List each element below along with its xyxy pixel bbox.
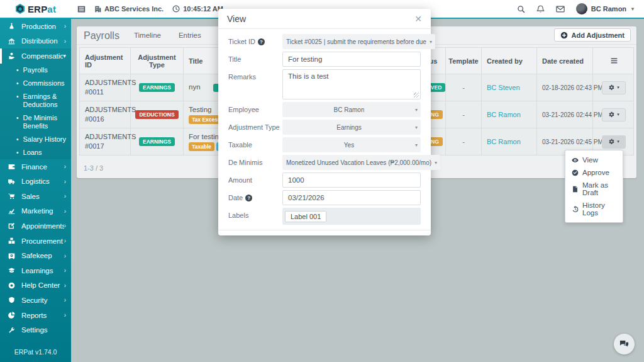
logistics-icon [8,178,15,185]
help-icon[interactable]: ? [258,38,265,45]
created-by-link[interactable]: BC Ramon [482,101,537,128]
bullet-icon: • [16,135,19,144]
help-icon[interactable]: ? [245,195,252,201]
production-icon [8,23,15,30]
procurement-icon [8,237,15,244]
messages-envelope-icon[interactable] [556,6,565,13]
sidebar-item-learnings[interactable]: Learnings› [0,263,71,278]
sidebar-item-settings[interactable]: Settings [0,322,71,337]
chevron-down-icon: ▾ [63,52,66,59]
amount-input[interactable]: 1000 [282,173,421,188]
sidebar-item-label: Marketing [21,207,64,215]
logo-cube-icon [15,4,25,14]
menu-item-history-logs[interactable]: History Logs [565,199,623,219]
chevron-down-icon: ▾ [415,107,418,113]
field-title: Title For testing [228,52,421,67]
user-menu[interactable]: BC Ramon ▼ [576,3,635,14]
reports-icon [8,312,15,319]
chevron-down-icon: ▾ [617,112,619,117]
help-center-icon [8,282,15,289]
sidebar-item-logistics[interactable]: Logistics› [0,174,71,189]
title-input[interactable]: For testing [282,52,421,67]
created-by-link[interactable]: BC Ramon [482,128,537,155]
search-icon[interactable] [517,5,525,13]
sidebar-item-distribution[interactable]: Distribution› [0,34,71,49]
ticket-id-select[interactable]: Ticket #0025 | submit the requirements b… [282,34,435,49]
sidebar-item-help-center[interactable]: Help Center› [0,278,71,293]
sidebar-item-safekeep[interactable]: Safekeep› [0,248,71,263]
finance-icon [8,163,15,170]
taxable-select[interactable]: Yes▾ [282,137,421,152]
labels-field[interactable]: Label 001 [282,208,421,225]
sidebar-item-label: Learnings [21,267,64,274]
adjustment-id-cell: ADJUSTMENTS #0016 [80,101,131,128]
sidebar-item-reports[interactable]: Reports› [0,308,71,323]
date-created-cell: 02-18-2026 02:43 PM [537,74,593,101]
sidebar-item-procurement[interactable]: Procurement› [0,234,71,249]
sidebar-item-marketing[interactable]: Marketing› [0,204,71,219]
settings-icon [8,327,15,334]
template-cell: - [446,74,482,101]
chevron-right-icon: › [64,312,66,319]
sidebar-item-security[interactable]: Security› [0,293,71,308]
column-header: Adjustment Type [131,48,184,74]
sidebar-item-label: Appointments [21,222,64,230]
template-cell: - [446,101,482,128]
company-name: ABC Services Inc. [104,5,164,13]
date-created-cell: 03-21-2026 02:44 PM [537,101,593,128]
type-badge: DEDUCTIONS [135,110,178,119]
chevron-right-icon: › [64,282,66,289]
distribution-icon [8,38,15,45]
sidebar-item-label: Production [21,23,64,30]
sidebar-subitem-earnings-deductions[interactable]: •Earnings & Deductions [0,90,71,111]
chevron-right-icon: › [64,252,66,259]
tab-entries[interactable]: Entries [178,31,202,44]
sidebar-item-label: Procurement [21,237,64,245]
adjustment-type-cell: DEDUCTIONS [131,101,184,128]
notifications-bell-icon[interactable] [536,5,545,13]
cogs-icon [608,84,615,91]
employee-select[interactable]: BC Ramon▾ [282,102,421,117]
chevron-down-icon: ▾ [415,125,418,130]
company-selector[interactable]: ABC Services Inc. [94,5,164,13]
pagination-count: 1-3 / 3 [84,164,103,172]
sidebar-item-compensation[interactable]: Compensation▾ [0,48,71,64]
sidebar-subitem-loans[interactable]: •Loans [0,146,71,159]
journal-menu-icon[interactable] [77,5,86,13]
logo-text: ERPat [28,4,56,14]
remarks-textarea[interactable]: This is a test [282,69,421,99]
cogs-icon [608,111,615,118]
chevron-right-icon: › [64,23,66,30]
chevron-down-icon: ▼ [630,6,635,12]
sidebar-subitem-salary-history[interactable]: •Salary History [0,133,71,146]
sidebar-subitem-payrolls[interactable]: •Payrolls [0,64,71,77]
tab-timeline[interactable]: Timeline [133,31,162,44]
sidebar-item-label: Distribution [21,37,64,45]
chevron-right-icon: › [64,297,66,303]
appointments-icon [8,222,15,229]
add-adjustment-button[interactable]: Add Adjustment [554,28,631,42]
de-minimis-select[interactable]: Monetized Unused Vacation Leaves (₱2,000… [282,155,440,170]
marketing-icon [8,208,15,215]
menu-item-view[interactable]: View [565,154,623,166]
actions-cell: ▾ [593,101,635,128]
menu-item-mark-as-draft[interactable]: Mark as Draft [565,179,623,199]
menu-item-approve[interactable]: Approve [565,166,623,179]
row-actions-button[interactable]: ▾ [602,81,626,94]
adjustment-type-select[interactable]: Earnings▾ [282,120,421,135]
sidebar-subitem-commissions[interactable]: •Commissions [0,77,71,90]
created-by-link[interactable]: BC Steven [482,74,537,101]
row-actions-button[interactable]: ▾ [602,135,626,149]
plus-circle-icon [560,31,568,39]
chat-button[interactable] [614,334,635,354]
sidebar-item-finance[interactable]: Finance› [0,159,71,174]
date-input[interactable]: 03/21/2026 [282,190,421,205]
row-actions-button[interactable]: ▾ [602,108,626,122]
sidebar-item-appointments[interactable]: Appointments› [0,218,71,234]
field-remarks: Remarks This is a test [228,69,421,99]
close-icon[interactable]: ✕ [414,14,422,23]
sidebar-item-production[interactable]: Production› [0,19,71,34]
app-logo[interactable]: ERPat [0,0,71,18]
sidebar-item-sales[interactable]: Sales› [0,189,71,204]
sidebar-subitem-de-minimis-benefits[interactable]: •De Minimis Benefits [0,111,71,133]
